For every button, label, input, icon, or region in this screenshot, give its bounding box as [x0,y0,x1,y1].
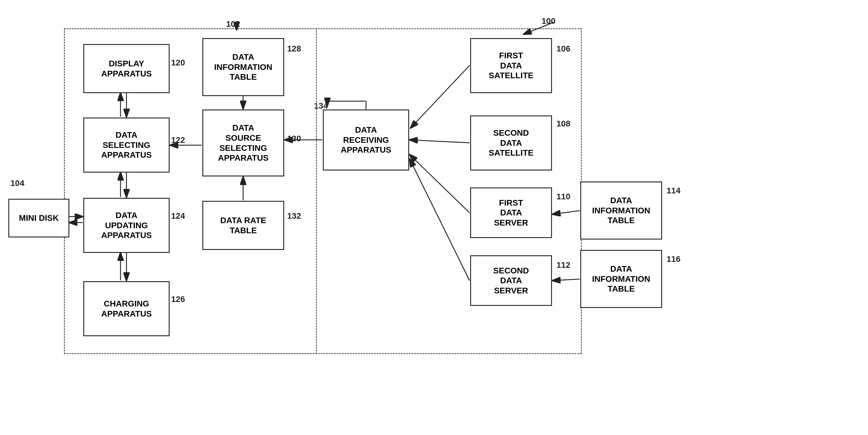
first-data-satellite-box: FIRSTDATASATELLITE [470,38,552,93]
diagram: 100 102 104 106 108 110 112 114 116 120 … [0,0,868,435]
data-source-selecting-apparatus-box: DATASOURCESELECTINGAPPARATUS [203,110,284,177]
ref-114: 114 [666,186,681,195]
ref-100: 100 [541,17,556,26]
data-updating-apparatus-box: DATAUPDATINGAPPARATUS [83,198,169,253]
second-data-server-box: SECONDDATASERVER [470,255,552,306]
ref-116: 116 [666,254,681,264]
ref-102: 102 [226,19,240,29]
data-information-table-116-box: DATAINFORMATIONTABLE [580,250,662,308]
data-selecting-apparatus-box: DATASELECTINGAPPARATUS [83,118,169,173]
display-apparatus-box: DISPLAYAPPARATUS [83,44,169,93]
data-rate-table-box: DATA RATETABLE [203,201,284,250]
second-data-satellite-box: SECONDDATASATELLITE [470,116,552,170]
data-information-table-114-box: DATAINFORMATIONTABLE [580,182,662,240]
charging-apparatus-box: CHARGINGAPPARATUS [83,281,169,336]
ref-104: 104 [10,179,24,188]
mini-disk-box: MINI DISK [8,199,69,238]
first-data-server-box: FIRSTDATASERVER [470,187,552,238]
data-receiving-apparatus-box: DATARECEIVINGAPPARATUS [323,110,409,170]
data-information-table-128-box: DATAINFORMATIONTABLE [203,38,284,96]
